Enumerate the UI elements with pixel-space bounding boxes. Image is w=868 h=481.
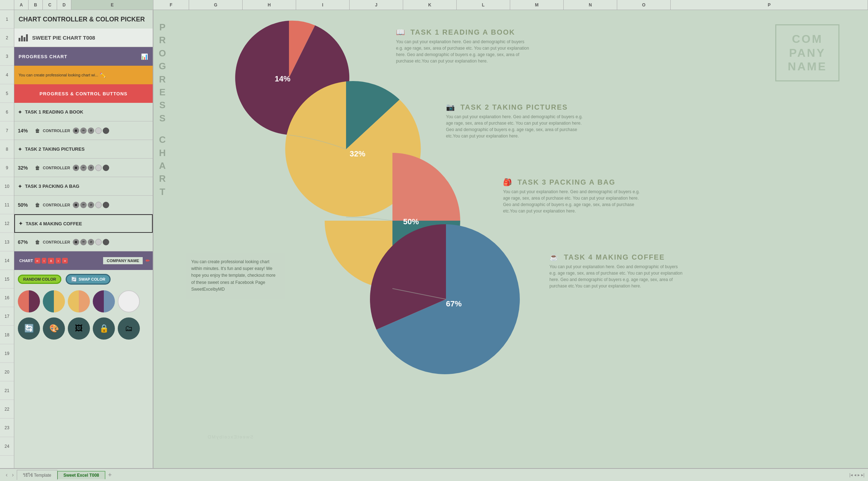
task-2-label-row: ✦ TASK 2 TAKING PICTURES: [14, 140, 153, 159]
tab-scroll-btn-2[interactable]: ◂: [854, 472, 856, 477]
ctrl-block-2[interactable]: ⊘: [88, 165, 94, 171]
tab-scroll-btn-3[interactable]: ▸: [858, 472, 860, 477]
random-color-button[interactable]: RANDOM COLOR: [18, 275, 61, 284]
ctrl-edit-4[interactable]: ✏: [80, 239, 87, 245]
nav-up[interactable]: ∧: [48, 258, 54, 264]
ctrl-icons-1: ▦ ✏ ⊘: [73, 127, 109, 134]
color-circle-3[interactable]: [68, 290, 90, 312]
task-info-title-3: 🎒 TASK 3 PACKING A BAG: [503, 178, 646, 186]
ctrl-block-4[interactable]: ⊘: [88, 239, 94, 245]
lock-icon: 🔒: [99, 324, 109, 333]
refresh-icon: 🔄: [24, 324, 34, 333]
ctrl-block-1[interactable]: ⊘: [88, 127, 94, 134]
color-circle-2[interactable]: [43, 290, 65, 312]
task-2-control-row: 32% 🗑 CONTROLLER ▦ ✏ ⊘: [14, 159, 153, 177]
task-info-text-4: You can put your explanation here. Geo a…: [549, 264, 685, 289]
letter-g: G: [159, 60, 166, 72]
letter-h: H: [159, 146, 166, 159]
bag-icon: 🎒: [503, 178, 513, 186]
trash-icon-2[interactable]: 🗑: [35, 165, 40, 171]
right-content: P R O G R E S S C H A R T: [153, 10, 868, 468]
tab-template[interactable]: วิธีใช้ Template: [17, 470, 57, 480]
task-1-label-row: ✦ TASK 1 READING A BOOK: [14, 103, 153, 121]
col-h: H: [243, 0, 296, 10]
col-d: D: [57, 0, 71, 10]
add-sheet-button[interactable]: +: [105, 470, 115, 480]
task-2-label: TASK 2 TAKING PICTURES: [25, 146, 85, 152]
ctrl-edit-2[interactable]: ✏: [80, 165, 87, 171]
row-12: 12: [0, 214, 14, 233]
color-circle-1[interactable]: [18, 290, 40, 312]
tab-scroll-btn-1[interactable]: |◂: [849, 472, 853, 477]
nav-prev[interactable]: ‹: [42, 258, 47, 264]
row-11: 11: [0, 196, 14, 214]
edit-icon[interactable]: ✏: [146, 258, 150, 264]
swap-color-button[interactable]: 🔄 SWAP COLOR: [66, 274, 111, 285]
ctrl-dark-1[interactable]: [103, 127, 109, 134]
nav-next[interactable]: ›: [56, 258, 61, 264]
refresh-button[interactable]: 🔄: [18, 317, 40, 340]
scroll-left-button[interactable]: ‹: [4, 472, 10, 478]
task-3-label-row: ✦ TASK 3 PACKING A BAG: [14, 177, 153, 196]
col-headers: A B C D E F G H I J K L M N O P: [0, 0, 868, 10]
task-3-control-row: 50% 🗑 CONTROLLER ▦ ✏ ⊘: [14, 196, 153, 214]
col-o: O: [617, 0, 671, 10]
ctrl-edit-1[interactable]: ✏: [80, 127, 87, 134]
task-3-label: TASK 3 PACKING A BAG: [25, 184, 79, 189]
row-3: 3: [0, 47, 14, 66]
trash-icon-1[interactable]: 🗑: [35, 128, 40, 134]
ctrl-block-3[interactable]: ⊘: [88, 202, 94, 208]
ctrl-light-2[interactable]: [95, 165, 102, 171]
row-2: 2: [0, 29, 14, 47]
subtitle-text: SWEET PIE CHART T008: [32, 35, 95, 41]
ctrl-dark-3[interactable]: [103, 202, 109, 208]
task-info-text-3: You can put your explanation here. Geo a…: [503, 189, 646, 214]
ctrl-light-4[interactable]: [95, 239, 102, 245]
col-l: L: [457, 0, 510, 10]
task3-label: 50%: [403, 217, 419, 226]
letter-r3: R: [159, 172, 166, 185]
task-4-label: TASK 4 MAKING COFFEE: [26, 221, 82, 226]
company-box-text: COMPANYNAME: [788, 32, 827, 73]
company-name-box: COMPANYNAME: [775, 24, 839, 81]
save-button[interactable]: 🗂: [118, 317, 140, 340]
progress-chart-row: PROGRESS CHART 📊: [14, 47, 153, 66]
ctrl-graph-2[interactable]: ▦: [73, 165, 79, 171]
ctrl-light-1[interactable]: [95, 127, 102, 134]
color-circle-4[interactable]: [93, 290, 115, 312]
swap-color-label: SWAP COLOR: [78, 277, 105, 281]
ctrl-graph-4[interactable]: ▦: [73, 239, 79, 245]
color-circle-5[interactable]: [118, 290, 140, 312]
ctrl-dark-4[interactable]: [103, 239, 109, 245]
coffee-icon: ☕: [549, 253, 559, 261]
trash-icon-3[interactable]: 🗑: [35, 202, 40, 208]
controller-label-3: CONTROLLER: [43, 203, 70, 207]
tab-sweet-excel[interactable]: Sweet Excel T008: [57, 471, 105, 479]
ctrl-edit-3[interactable]: ✏: [80, 202, 87, 208]
row-18: 18: [0, 326, 14, 344]
tab-scroll-btn-4[interactable]: ▸|: [861, 472, 864, 477]
letter-a: A: [159, 159, 166, 172]
ctrl-graph-1[interactable]: ▦: [73, 127, 79, 134]
ctrl-graph-3[interactable]: ▦: [73, 202, 79, 208]
letter-s2: S: [159, 112, 165, 125]
letter-e: E: [159, 86, 165, 99]
action-icons-row: 🔄 🎨 🖼 🔒 🗂: [14, 314, 153, 343]
ctrl-dark-2[interactable]: [103, 165, 109, 171]
scroll-right-button[interactable]: ›: [10, 472, 16, 478]
image-button[interactable]: 🖼: [68, 317, 90, 340]
company-name-button[interactable]: COMPANY NAME: [103, 257, 143, 264]
chart-nav-row: CHART « ‹ ∧ › » COMPANY NAME ✏: [14, 251, 153, 270]
palette-button[interactable]: 🎨: [43, 317, 65, 340]
col-m: M: [510, 0, 564, 10]
nav-prev-prev[interactable]: «: [35, 258, 40, 264]
nav-next-next[interactable]: »: [62, 258, 68, 264]
ctrl-light-3[interactable]: [95, 202, 102, 208]
lock-button[interactable]: 🔒: [93, 317, 115, 340]
row-10: 10: [0, 177, 14, 196]
row-7: 7: [0, 121, 14, 140]
row-4: 4: [0, 66, 14, 84]
row-1: 1: [0, 10, 14, 29]
bar-chart-icon: [19, 34, 28, 41]
trash-icon-4[interactable]: 🗑: [35, 239, 40, 245]
